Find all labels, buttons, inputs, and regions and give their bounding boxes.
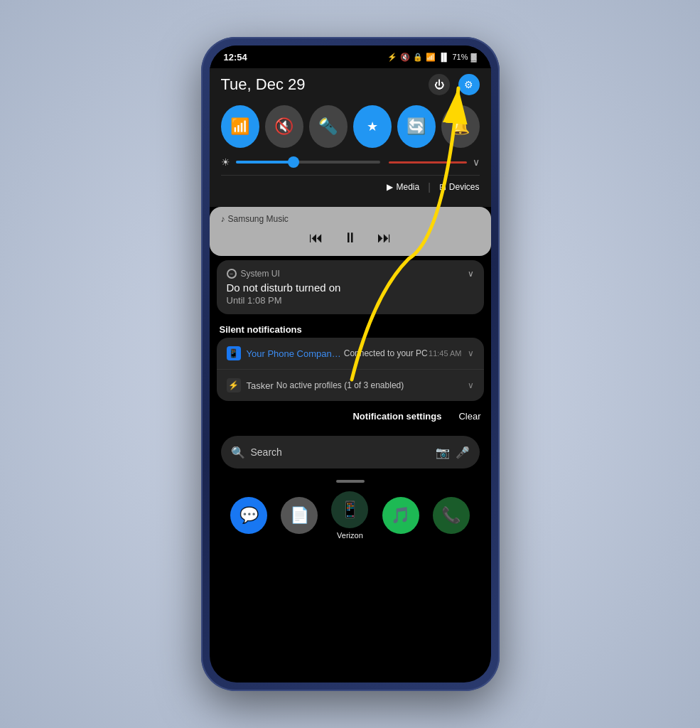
flashlight-tile[interactable]: 🔦 xyxy=(309,105,348,148)
your-phone-expand-icon[interactable]: ∨ xyxy=(468,348,474,358)
tasker-expand-icon[interactable]: ∨ xyxy=(468,380,474,390)
tasker-notification[interactable]: ⚡ Tasker No active profiles (1 of 3 enab… xyxy=(217,370,484,401)
bluetooth-tile[interactable]: ★ xyxy=(353,105,392,148)
devices-button[interactable]: ⊞ Devices xyxy=(439,182,480,192)
notif-footer: Notification settings Clear xyxy=(210,404,491,429)
dock-messenger[interactable]: 💬 xyxy=(230,497,267,534)
wifi-icon: 📶 xyxy=(230,117,249,136)
your-phone-msg: Connected to your PC xyxy=(344,348,429,358)
brightness-icon: ☀ xyxy=(221,156,230,168)
silent-header: Silent notifications xyxy=(210,318,491,338)
prev-button[interactable]: ⏮ xyxy=(309,230,323,246)
phone-icon: 📞 xyxy=(433,497,470,534)
dock-docs[interactable]: 📄 xyxy=(281,497,318,534)
tasker-msg: No active profiles (1 of 3 enabled) xyxy=(276,380,468,390)
bell-icon: 🔔 xyxy=(451,117,470,136)
camera-icon[interactable]: 📷 xyxy=(436,446,450,459)
status-bar: 12:54 ⚡ 🔇 🔒 📶 ▐▌ 71% ▓ xyxy=(210,46,491,68)
quick-settings-panel: Tue, Dec 29 ⏻ ⚙ 📶 🔇 🔦 ★ xyxy=(210,68,491,207)
your-phone-notification[interactable]: 📱 Your Phone Compan… Connected to your P… xyxy=(217,338,484,370)
qs-controls: ⏻ ⚙ xyxy=(429,74,480,95)
sync-icon: 🔄 xyxy=(406,117,426,136)
music-app-name: Samsung Music xyxy=(228,214,289,224)
next-button[interactable]: ⏭ xyxy=(377,230,392,246)
battery-percent: 71% xyxy=(452,53,468,61)
music-app-label: ♪ Samsung Music xyxy=(221,214,480,224)
tasker-app: Tasker xyxy=(247,380,274,391)
sync-tile[interactable]: 🔄 xyxy=(397,105,436,148)
battery-icon: ▓ xyxy=(470,53,476,61)
qs-date: Tue, Dec 29 xyxy=(221,75,306,94)
notif-header: − System UI ∨ xyxy=(227,269,474,279)
play-icon: ▶ xyxy=(387,182,393,192)
pause-button[interactable]: ⏸ xyxy=(343,230,357,246)
notif-title: Do not disturb turned on xyxy=(227,282,474,294)
bell-tile[interactable]: 🔔 xyxy=(441,105,480,148)
bluetooth-icon: ★ xyxy=(367,119,378,134)
devices-icon: ⊞ xyxy=(439,182,446,192)
notif-subtitle: Until 1:08 PM xyxy=(227,295,474,306)
dock-phone[interactable]: 📞 xyxy=(433,497,470,534)
wifi-tile[interactable]: 📶 xyxy=(221,105,259,148)
media-divider: | xyxy=(428,181,431,193)
qs-header: Tue, Dec 29 ⏻ ⚙ xyxy=(221,74,480,95)
brightness-slider[interactable] xyxy=(236,161,381,164)
settings-button[interactable]: ⚙ xyxy=(458,74,480,95)
spotify-icon: 🎵 xyxy=(382,497,419,534)
brightness-chevron[interactable]: ∨ xyxy=(473,156,480,168)
phone-screen: 12:54 ⚡ 🔇 🔒 📶 ▐▌ 71% ▓ Tue, Dec 29 ⏻ ⚙ xyxy=(210,46,491,682)
tasker-icon: ⚡ xyxy=(227,378,241,392)
devices-label: Devices xyxy=(449,182,480,192)
search-placeholder: Search xyxy=(251,446,430,458)
status-time: 12:54 xyxy=(224,52,247,63)
music-player-card: ♪ Samsung Music ⏮ ⏸ ⏭ xyxy=(210,207,491,256)
bluetooth-status-icon: ⚡ xyxy=(387,53,397,62)
mute-tile[interactable]: 🔇 xyxy=(265,105,303,148)
phone-device: 12:54 ⚡ 🔇 🔒 📶 ▐▌ 71% ▓ Tue, Dec 29 ⏻ ⚙ xyxy=(201,37,500,691)
dock-verizon[interactable]: 📱 Verizon xyxy=(331,491,368,540)
search-icon: 🔍 xyxy=(231,446,245,459)
silent-notifications-section: Silent notifications 📱 Your Phone Compan… xyxy=(210,318,491,429)
minus-circle-icon: − xyxy=(227,269,237,279)
notif-expand-icon[interactable]: ∨ xyxy=(468,269,474,279)
messenger-icon: 💬 xyxy=(230,497,267,534)
clear-notifications-button[interactable]: Clear xyxy=(458,411,480,422)
notification-settings-button[interactable]: Notification settings xyxy=(352,411,441,422)
app-dock: 💬 📄 📱 Verizon 🎵 📞 xyxy=(210,484,491,550)
music-note-icon: ♪ xyxy=(221,214,225,224)
home-indicator xyxy=(210,476,491,484)
media-button[interactable]: ▶ Media xyxy=(387,182,419,192)
mute-icon: 🔇 xyxy=(274,117,294,136)
media-label: Media xyxy=(396,182,419,192)
verizon-icon: 📱 xyxy=(331,491,368,528)
brightness-end xyxy=(389,161,466,164)
search-bar[interactable]: 🔍 Search 📷 🎤 xyxy=(221,436,480,469)
signal-icon: ▐▌ xyxy=(438,53,450,61)
verizon-label: Verizon xyxy=(337,531,363,540)
dock-spotify[interactable]: 🎵 xyxy=(382,497,419,534)
flashlight-icon: 🔦 xyxy=(318,117,338,136)
your-phone-app: Your Phone Compan… xyxy=(247,348,341,359)
mute-status-icon: 🔇 xyxy=(400,53,410,62)
wifi-status-icon: 📶 xyxy=(426,53,436,62)
your-phone-icon: 📱 xyxy=(227,346,241,360)
status-icons: ⚡ 🔇 🔒 📶 ▐▌ 71% ▓ xyxy=(387,53,477,62)
music-controls: ⏮ ⏸ ⏭ xyxy=(221,230,480,246)
brightness-row: ☀ ∨ xyxy=(221,156,480,168)
notif-app-name: − System UI xyxy=(227,269,280,279)
search-bar-area: 🔍 Search 📷 🎤 xyxy=(210,429,491,476)
media-row: ▶ Media | ⊞ Devices xyxy=(221,175,480,193)
system-ui-notification[interactable]: − System UI ∨ Do not disturb turned on U… xyxy=(217,260,484,314)
lock-status-icon: 🔒 xyxy=(413,53,423,62)
silent-card: 📱 Your Phone Compan… Connected to your P… xyxy=(217,338,484,401)
quick-tiles: 📶 🔇 🔦 ★ 🔄 🔔 xyxy=(221,105,480,148)
your-phone-time: 11:45 AM xyxy=(429,349,461,358)
mic-icon[interactable]: 🎤 xyxy=(456,446,470,459)
power-button[interactable]: ⏻ xyxy=(429,74,450,95)
home-bar xyxy=(336,480,365,483)
docs-icon: 📄 xyxy=(281,497,318,534)
